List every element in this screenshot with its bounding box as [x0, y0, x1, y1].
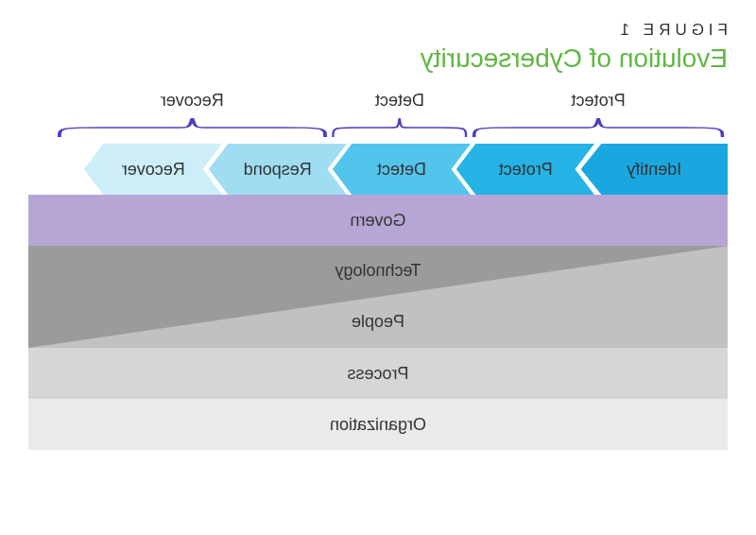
arrow-identify-label: Identify	[627, 160, 681, 180]
arrow-detect: Detect	[333, 144, 471, 195]
brace-protect-label: Protect	[469, 91, 728, 111]
bar-stack: Govern Technology People Process Organiz…	[28, 195, 728, 450]
figure-title: Evolution of Cybersecurity	[28, 43, 728, 74]
brace-protect: Protect	[469, 91, 728, 139]
brace-recover-icon	[54, 112, 331, 139]
brace-detect-label: Detect	[331, 91, 470, 111]
figure-header: FIGURE 1 Evolution of Cybersecurity	[28, 21, 728, 74]
arrow-protect-label: Protect	[499, 160, 553, 180]
bar-process: Process	[28, 348, 728, 399]
arrow-row: Identify Protect Detect Respond	[28, 144, 728, 195]
arrow-respond-label: Respond	[244, 160, 312, 180]
arrow-protect: Protect	[456, 144, 594, 195]
bar-process-label: Process	[347, 364, 408, 384]
bar-govern: Govern	[28, 195, 728, 246]
arrow-detect-label: Detect	[377, 160, 426, 180]
brace-detect-icon	[331, 112, 470, 139]
arrow-respond: Respond	[209, 144, 347, 195]
arrow-recover: Recover	[84, 144, 222, 195]
bar-technology-label: Technology	[28, 261, 728, 281]
brace-recover: Recover	[54, 91, 331, 139]
brace-recover-label: Recover	[54, 91, 331, 111]
brace-protect-icon	[469, 112, 728, 139]
figure-label: FIGURE 1	[28, 21, 728, 40]
bar-govern-label: Govern	[350, 211, 405, 231]
bar-people-label: People	[28, 312, 728, 332]
arrow-recover-label: Recover	[122, 160, 185, 180]
braces-row: Protect Detect Recover	[28, 91, 728, 144]
arrow-identify: Identify	[581, 144, 728, 195]
brace-detect: Detect	[331, 91, 470, 139]
bar-organization-label: Organization	[330, 415, 426, 435]
figure-container: FIGURE 1 Evolution of Cybersecurity Prot…	[0, 0, 756, 535]
bar-technology-people: Technology People	[28, 246, 728, 348]
bar-organization: Organization	[28, 399, 728, 450]
